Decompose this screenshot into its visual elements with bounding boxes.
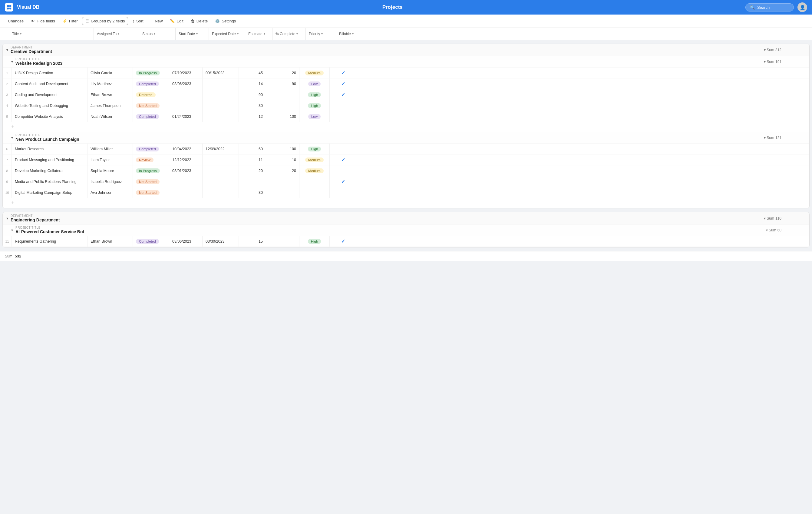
collapse-icon[interactable]: ▾ (11, 228, 13, 232)
col-header-priority[interactable]: Priority ▾ (306, 28, 336, 40)
cell-status: Review (133, 154, 169, 165)
priority-badge: Low (308, 114, 321, 119)
col-header-start[interactable]: Start Date ▾ (176, 28, 209, 40)
table-row: 5 Competitor Website Analysis Noah Wilso… (3, 111, 809, 122)
edit-icon: ✏️ (170, 19, 175, 23)
chevron-down-icon: ▾ (264, 32, 265, 35)
chevron-down-icon: ▾ (237, 32, 238, 35)
cell-expected: 03/30/2023 (203, 236, 239, 247)
collapse-icon[interactable]: ▾ (6, 216, 8, 221)
cell-status: Completed (133, 79, 169, 89)
row-num: 10 (3, 187, 12, 198)
col-header-assigned[interactable]: Assigned To ▾ (94, 28, 139, 40)
filter-button[interactable]: ⚡ Filter (59, 17, 81, 25)
cell-title[interactable]: Competitor Website Analysis (12, 111, 87, 122)
app-logo[interactable] (5, 3, 13, 11)
status-badge: Review (136, 158, 153, 162)
row-num: 2 (3, 79, 12, 89)
column-headers: Title ▾ Assigned To ▾ Status ▾ Start Dat… (0, 28, 812, 40)
hide-fields-button[interactable]: 👁 Hide fields (28, 17, 58, 25)
cell-assigned: Isabella Rodriguez (87, 176, 133, 187)
cell-assigned: Lily Martinez (87, 79, 133, 89)
gear-icon: ⚙️ (215, 19, 220, 23)
status-badge: Completed (136, 239, 159, 244)
grouped-by-button[interactable]: ☰ Grouped by 2 fields (82, 17, 128, 25)
cell-billable (330, 111, 357, 122)
cell-title[interactable]: Market Research (12, 144, 87, 154)
cell-title[interactable]: Requirements Gathering (12, 236, 87, 247)
row-num: 7 (3, 154, 12, 165)
col-header-status[interactable]: Status ▾ (139, 28, 176, 40)
row-num: 5 (3, 111, 12, 122)
cell-priority: High (299, 100, 330, 111)
cell-title[interactable]: Product Messaging and Positioning (12, 154, 87, 165)
priority-badge: High (308, 92, 321, 97)
row-num: 9 (3, 176, 12, 187)
cell-title[interactable]: UI/UX Design Creation (12, 67, 87, 78)
cell-title[interactable]: Develop Marketing Collateral (12, 165, 87, 176)
cell-start: 03/01/2023 (169, 165, 203, 176)
cell-title[interactable]: Coding and Development (12, 89, 87, 100)
new-button[interactable]: + New (148, 17, 166, 25)
subgroup-sum-ai: 60 (778, 228, 781, 232)
subgroup-new-product: ▾ PROJECT TITLE New Product Launch Campa… (3, 132, 809, 208)
cell-title[interactable]: Content Audit and Development (12, 79, 87, 89)
collapse-icon[interactable]: ▾ (11, 136, 13, 140)
col-header-complete[interactable]: % Complete ▾ (272, 28, 306, 40)
group-sum-engineering: 110 (775, 216, 781, 221)
avatar[interactable]: 👤 (798, 2, 807, 12)
cell-status: Completed (133, 144, 169, 154)
cell-status: In Progress (133, 165, 169, 176)
cell-estimate: 12 (239, 111, 266, 122)
cell-start (169, 187, 203, 198)
delete-button[interactable]: 🗑 Delete (188, 17, 211, 25)
search-bar[interactable]: 🔍 Search (745, 3, 794, 11)
col-header-estimate[interactable]: Estimate ▾ (245, 28, 272, 40)
cell-estimate: 45 (239, 67, 266, 78)
cell-complete (266, 236, 299, 247)
cell-status: Not Started (133, 176, 169, 187)
table-container: Title ▾ Assigned To ▾ Status ▾ Start Dat… (0, 28, 812, 514)
cell-billable: ✓ (330, 176, 357, 187)
cell-title[interactable]: Media and Public Relations Planning (12, 176, 87, 187)
checkmark-icon: ✓ (341, 70, 345, 76)
col-header-billable[interactable]: Billable ▾ (336, 28, 363, 40)
group-header-engineering: ▾ DEPARTMENT Engineering Department ▾ Su… (3, 212, 809, 224)
checkmark-icon: ✓ (341, 179, 345, 184)
sum-icon: ▾ Sum (764, 216, 774, 221)
svg-rect-2 (7, 7, 9, 9)
cell-start (169, 100, 203, 111)
collapse-icon[interactable]: ▾ (6, 48, 8, 52)
row-num: 4 (3, 100, 12, 111)
col-header-title[interactable]: Title ▾ (9, 28, 94, 40)
row-num: 1 (3, 67, 12, 78)
settings-button[interactable]: ⚙️ Settings (212, 17, 239, 25)
cell-priority: High (299, 89, 330, 100)
subgroup-header-product: ▾ PROJECT TITLE New Product Launch Campa… (3, 132, 809, 144)
col-header-expected[interactable]: Expected Date ▾ (209, 28, 245, 40)
cell-priority (299, 176, 330, 187)
app-header: Visual DB Projects 🔍 Search 👤 (0, 0, 812, 15)
cell-title[interactable]: Digital Marketing Campaign Setup (12, 187, 87, 198)
add-row-button[interactable]: + (3, 198, 809, 208)
cell-start: 03/06/2023 (169, 236, 203, 247)
cell-complete: 100 (266, 111, 299, 122)
table-row: 7 Product Messaging and Positioning Liam… (3, 154, 809, 165)
changes-button[interactable]: Changes (5, 17, 27, 25)
search-icon: 🔍 (750, 5, 755, 10)
checkmark-icon: ✓ (341, 81, 345, 87)
cell-title[interactable]: Website Testing and Debugging (12, 100, 87, 111)
chevron-down-icon: ▾ (196, 32, 198, 35)
add-row-button[interactable]: + (3, 122, 809, 132)
trash-icon: 🗑 (191, 19, 195, 23)
cell-expected (203, 176, 239, 187)
collapse-icon[interactable]: ▾ (11, 60, 13, 64)
cell-start (169, 89, 203, 100)
edit-button[interactable]: ✏️ Edit (167, 17, 186, 25)
cell-start: 01/24/2023 (169, 111, 203, 122)
table-row: 3 Coding and Development Ethan Brown Def… (3, 89, 809, 100)
table-row: 4 Website Testing and Debugging James Th… (3, 100, 809, 111)
cell-billable (330, 187, 357, 198)
sort-button[interactable]: ↕ Sort (129, 17, 146, 25)
row-num: 8 (3, 165, 12, 176)
